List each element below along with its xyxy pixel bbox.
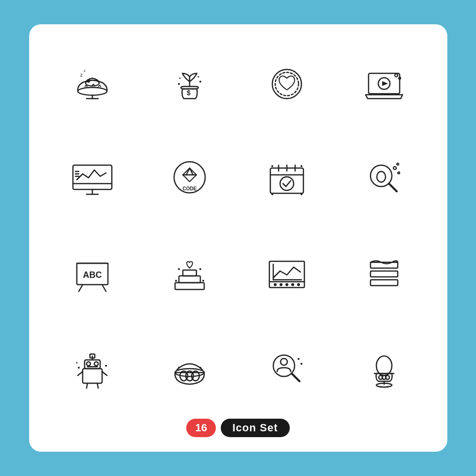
svg-rect-73	[83, 369, 102, 383]
svg-marker-17	[382, 81, 388, 86]
icon-money-plant: $	[146, 44, 233, 124]
svg-rect-56	[183, 270, 196, 276]
svg-text:CODE: CODE	[182, 186, 196, 191]
svg-point-0	[78, 87, 107, 95]
svg-rect-71	[370, 271, 398, 277]
svg-text:z: z	[84, 68, 86, 73]
svg-point-92	[199, 367, 201, 369]
svg-point-67	[297, 283, 300, 286]
svg-rect-55	[179, 276, 200, 283]
svg-point-6	[88, 80, 89, 82]
svg-text:$: $	[187, 89, 191, 97]
icon-person-search	[243, 329, 331, 409]
svg-line-51	[102, 285, 106, 291]
icon-laptop-video	[340, 44, 428, 124]
icon-heart-coin	[243, 44, 331, 124]
svg-point-59	[175, 280, 177, 282]
svg-point-14	[275, 72, 299, 96]
svg-line-95	[292, 374, 300, 381]
icon-monitor-chart	[49, 139, 136, 220]
svg-point-86	[76, 362, 77, 364]
svg-point-40	[300, 165, 302, 167]
icon-food-bowl: z z	[49, 44, 136, 124]
svg-point-66	[291, 283, 294, 286]
svg-point-78	[94, 362, 98, 366]
svg-point-9	[178, 83, 180, 85]
svg-point-77	[87, 362, 90, 366]
svg-rect-33	[270, 168, 303, 193]
svg-point-94	[281, 358, 287, 365]
svg-line-81	[102, 372, 107, 375]
icon-chart-board	[243, 234, 331, 314]
svg-point-46	[393, 167, 396, 170]
svg-point-101	[376, 383, 392, 387]
svg-line-82	[87, 383, 88, 388]
svg-point-48	[397, 163, 399, 165]
icon-egg-search	[340, 139, 428, 220]
svg-point-91	[178, 367, 180, 369]
svg-point-65	[285, 283, 288, 286]
icon-egg-cup	[340, 329, 428, 409]
main-card: z z $	[29, 24, 447, 452]
svg-point-47	[398, 172, 400, 174]
svg-text:ABC: ABC	[83, 270, 102, 280]
svg-point-39	[271, 165, 273, 167]
svg-rect-72	[370, 280, 398, 286]
icon-diamond-code: CODE	[146, 139, 233, 220]
icon-layers	[340, 234, 428, 314]
svg-point-12	[197, 76, 199, 77]
svg-line-45	[389, 184, 397, 191]
svg-point-58	[199, 268, 201, 270]
svg-point-38	[280, 177, 294, 190]
svg-point-42	[300, 193, 302, 195]
svg-point-96	[298, 358, 300, 360]
svg-point-63	[274, 283, 277, 286]
icon-calendar-stamp	[243, 139, 331, 220]
svg-point-11	[179, 77, 180, 79]
svg-point-44	[377, 171, 386, 182]
svg-point-18	[395, 74, 398, 77]
icons-grid: z z $	[49, 44, 428, 409]
svg-point-84	[78, 367, 80, 369]
svg-point-60	[202, 280, 204, 282]
svg-point-57	[178, 268, 180, 270]
svg-point-13	[272, 69, 301, 99]
icon-abc-board: ABC	[49, 234, 136, 314]
svg-point-98	[376, 356, 392, 375]
svg-point-104	[386, 375, 389, 379]
svg-line-80	[78, 372, 83, 375]
icon-easter-basket	[146, 329, 233, 409]
svg-rect-54	[175, 283, 204, 289]
svg-point-10	[199, 81, 201, 83]
svg-point-85	[105, 365, 107, 367]
badge-number: 16	[186, 419, 215, 437]
icon-robot	[49, 329, 136, 409]
svg-text:z: z	[80, 72, 83, 78]
bottom-badge-bar: 16 Icon Set	[186, 419, 289, 437]
svg-line-83	[97, 383, 98, 388]
svg-point-41	[271, 193, 273, 195]
badge-label: Icon Set	[221, 419, 290, 437]
svg-point-97	[300, 363, 302, 365]
svg-line-50	[79, 285, 83, 291]
icon-wedding-cake	[146, 234, 233, 314]
svg-point-64	[280, 283, 282, 286]
